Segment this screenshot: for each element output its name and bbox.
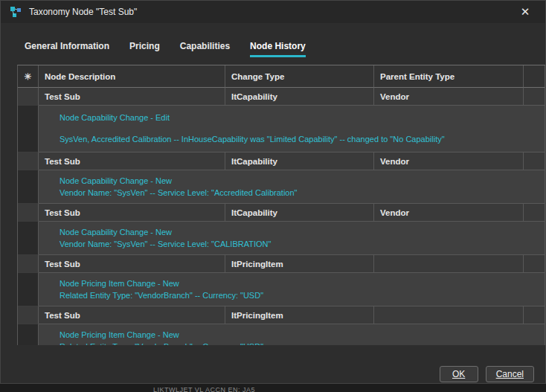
change-detail-line: Node Pricing Item Change - New (60, 330, 537, 340)
cell-change-type: ItCapability (225, 204, 374, 222)
app-icon (10, 6, 22, 19)
cell-partial (524, 152, 545, 170)
detail-row[interactable]: Node Capability Change - NewVendor Name:… (18, 222, 545, 255)
settings-sun-icon[interactable]: ☀ (24, 71, 32, 82)
table-row[interactable]: Test Sub ItCapability Vendor (18, 88, 545, 106)
table-row[interactable]: Test Sub ItCapability Vendor (18, 152, 545, 170)
change-detail-line: Node Capability Change - New (60, 227, 537, 237)
cell-parent-entity-type: Vendor (374, 204, 524, 222)
change-detail-line: Related Entity Type: "VendorBranch" -- C… (60, 290, 537, 301)
title-bar: Taxonomy Node "Test Sub" ✕ (1, 1, 545, 23)
tab-pricing[interactable]: Pricing (129, 41, 160, 57)
node-history-table: ☀ Node Description Change Type Parent En… (17, 65, 545, 345)
row-gutter (18, 152, 39, 170)
ok-button[interactable]: OK (440, 366, 478, 382)
column-header-node-description[interactable]: Node Description (39, 65, 225, 88)
detail-gutter (18, 222, 39, 255)
change-detail-line: SysVen, Accredited Calibration -- InHous… (60, 134, 537, 144)
cell-partial (524, 204, 545, 222)
cell-change-type: ItPricingItem (225, 255, 374, 273)
cell-node-description: Test Sub (39, 306, 225, 324)
cell-node-description: Test Sub (39, 255, 225, 273)
change-detail-line: Node Capability Change - New (60, 176, 537, 186)
detail-cell: Node Pricing Item Change - NewRelated En… (39, 324, 545, 345)
taxonomy-node-dialog: Taxonomy Node "Test Sub" ✕ General Infor… (0, 0, 546, 384)
tab-capabilities[interactable]: Capabilities (180, 41, 230, 57)
detail-cell: Node Pricing Item Change - NewRelated En… (39, 273, 545, 306)
cell-parent-entity-type (374, 255, 524, 273)
background-partial-text: LIKTWLJET VL ACCN EN: JA5 (153, 386, 255, 392)
change-detail-line: Related Entity Type: "VendorBranch" -- C… (60, 341, 537, 345)
detail-gutter (18, 273, 39, 306)
row-gutter (18, 306, 39, 324)
cell-partial (524, 255, 545, 273)
cell-change-type: ItCapability (225, 152, 374, 170)
cell-node-description: Test Sub (39, 152, 225, 170)
table-row[interactable]: Test Sub ItCapability Vendor (18, 204, 545, 222)
change-detail-line: Node Pricing Item Change - New (60, 278, 537, 289)
detail-gutter (18, 106, 39, 152)
detail-cell: Node Capability Change - EditSysVen, Acc… (39, 106, 545, 152)
change-detail-line: Vendor Name: "SysVen" -- Service Level: … (60, 187, 537, 198)
detail-row[interactable]: Node Capability Change - EditSysVen, Acc… (18, 106, 545, 152)
detail-row[interactable]: Node Pricing Item Change - NewRelated En… (18, 324, 545, 345)
cell-partial (524, 306, 545, 324)
table-header-row: ☀ Node Description Change Type Parent En… (18, 65, 545, 88)
table-row[interactable]: Test Sub ItPricingItem (18, 306, 545, 324)
header-gutter: ☀ (18, 65, 39, 88)
background-window-strip: LIKTWLJET VL ACCN EN: JA5 (0, 384, 546, 392)
change-detail-line: Vendor Name: "SysVen" -- Service Level: … (60, 239, 537, 249)
change-detail-line: Node Capability Change - Edit (60, 112, 537, 123)
cell-partial (524, 88, 545, 106)
dialog-title: Taxonomy Node "Test Sub" (29, 7, 137, 17)
detail-cell: Node Capability Change - NewVendor Name:… (39, 170, 545, 204)
cell-parent-entity-type: Vendor (374, 152, 524, 170)
detail-cell: Node Capability Change - NewVendor Name:… (39, 222, 545, 255)
cell-node-description: Test Sub (39, 88, 225, 106)
tab-general-information[interactable]: General Information (25, 41, 109, 57)
table-row[interactable]: Test Sub ItPricingItem (18, 255, 545, 273)
tab-node-history[interactable]: Node History (250, 41, 306, 57)
detail-row[interactable]: Node Pricing Item Change - NewRelated En… (18, 273, 545, 306)
column-header-partial[interactable] (524, 65, 545, 88)
detail-gutter (18, 170, 39, 204)
tab-bar: General Information Pricing Capabilities… (25, 41, 545, 57)
cell-node-description: Test Sub (39, 204, 225, 222)
detail-row[interactable]: Node Capability Change - NewVendor Name:… (18, 170, 545, 204)
dialog-button-bar: OK Cancel (440, 366, 534, 382)
detail-gutter (18, 324, 39, 345)
cancel-button[interactable]: Cancel (486, 366, 534, 382)
cell-change-type: ItCapability (225, 88, 374, 106)
cell-parent-entity-type: Vendor (374, 88, 524, 106)
column-header-change-type[interactable]: Change Type (225, 65, 374, 88)
close-icon[interactable]: ✕ (514, 1, 536, 23)
cell-parent-entity-type (374, 306, 524, 324)
row-gutter (18, 255, 39, 273)
row-gutter (18, 204, 39, 222)
column-header-parent-entity-type[interactable]: Parent Entity Type (374, 65, 524, 88)
cell-change-type: ItPricingItem (225, 306, 374, 324)
row-gutter (18, 88, 39, 106)
history-table-body: Test Sub ItCapability Vendor Node Capabi… (18, 88, 545, 345)
